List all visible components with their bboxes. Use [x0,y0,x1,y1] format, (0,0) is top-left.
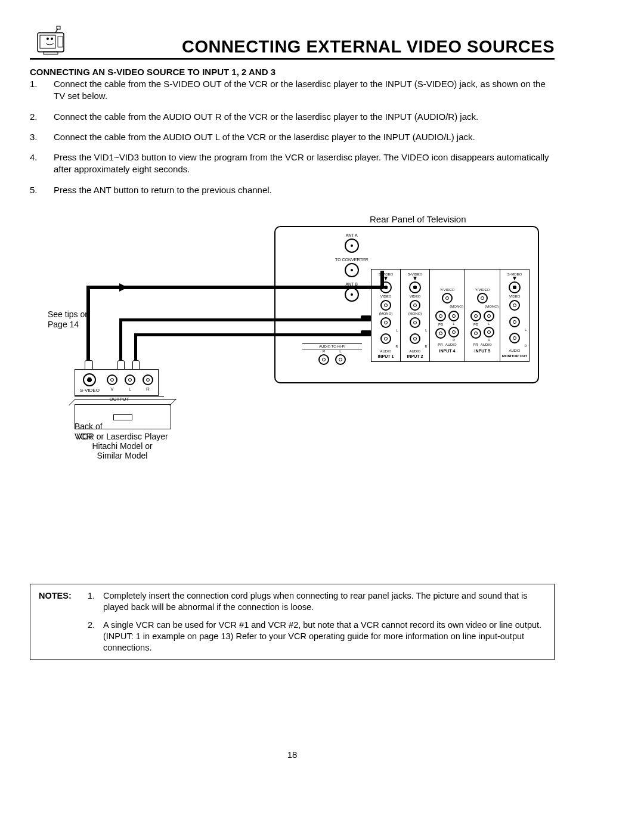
pr-label: PR [438,343,442,347]
cable-segment [134,333,370,336]
vcr-output-ports: S-VIDEO V L R [75,369,159,396]
r-indicator: R [373,345,398,349]
audio-label: AUDIO [445,343,457,347]
pb-label: PB [470,323,481,327]
note-number: 1. [88,590,103,613]
step-text: Connect the cable from the AUDIO OUT R o… [54,111,555,123]
ant-a-label: ANT A [335,233,368,237]
cable-segment [86,286,90,372]
mono-label: (MONO) [466,305,499,309]
rca-jack-icon [477,293,488,304]
svg-rect-1 [40,35,55,48]
svideo-label: S-VIDEO [80,388,100,393]
rca-jack-icon [125,374,135,385]
audio-hifi-section: AUDIO TO HI-FI R L [302,343,362,366]
video-label: VIDEO [373,295,399,299]
rca-jack-icon [509,333,520,343]
video-label: VIDEO [501,295,528,299]
r-indicator: R [501,345,527,348]
rca-jack-icon [470,328,481,339]
video-label: VIDEO [402,295,428,299]
svg-point-3 [51,38,53,40]
l-indicator: L [501,329,527,332]
input-column: S-VIDEO ▼ VIDEO (MONO) L R AUDIO INPUT 1 [371,270,400,361]
r-indicator: R [402,345,427,349]
similar-label: Similar Model [75,451,170,460]
back-of-label: Back of [75,422,103,431]
section-heading: CONNECTING AN S-VIDEO SOURCE TO INPUT 1,… [30,67,555,77]
monitor-out-label: MONITOR OUT [501,354,528,358]
rca-jack-icon [509,317,520,327]
arrow-down-icon: ▼ [501,277,528,280]
coax-jack-icon [345,287,359,302]
step-text: Connect the cable from the S-VIDEO OUT o… [54,78,555,103]
note-number: 2. [88,620,103,654]
rca-jack-icon [318,354,329,365]
input-column: S-VIDEO ▼ VIDEO (MONO) L R AUDIO INPUT 2 [400,270,429,361]
pb-label: PB [435,323,446,327]
arrow-down-icon: ▼ [373,277,399,280]
tips-line2: Page 14 [48,320,79,329]
rca-jack-icon [442,293,453,304]
yvideo-label: Y/VIDEO [431,288,463,292]
audio-label: AUDIO [501,349,528,353]
step-item: 1.Connect the cable from the S-VIDEO OUT… [30,78,555,103]
vcr-audio-r-port: R [143,373,153,392]
r-label: R [143,386,153,392]
input-column: Y/VIDEO (MONO) PB L R [429,270,465,361]
rca-jack-icon [484,311,494,321]
step-number: 5. [30,184,54,196]
r-indicator: R [448,339,459,342]
rca-jack-icon [448,327,459,337]
connection-diagram: Rear Panel of Television ANT A TO CONVER… [30,214,555,494]
rca-jack-icon [448,311,459,321]
vcr-video-port: V [107,373,117,392]
monitor-out-column: S-VIDEO ▼ VIDEO L R AUDIO MONITOR OUT [500,270,529,361]
yvideo-label: Y/VIDEO [466,288,499,292]
l-indicator: L [484,323,494,326]
note-item: 2.A single VCR can be used for VCR #1 an… [88,620,546,654]
input-column: Y/VIDEO (MONO) PB L R [465,270,500,361]
input-name: INPUT 5 [466,349,499,354]
svideo-jack-icon [409,281,421,293]
svg-rect-0 [38,33,64,52]
step-item: 5.Press the ANT button to return to the … [30,184,555,196]
rca-jack-icon [509,300,520,311]
rca-jack-icon [107,374,117,385]
r-indicator: R [484,339,494,342]
input-name: INPUT 1 [373,354,399,359]
rca-jack-icon [435,311,446,321]
mono-label: (MONO) [373,312,399,316]
coax-jack-icon [345,239,359,253]
tips-label: See tips on Page 14 [48,309,89,330]
plug-icon [361,330,371,336]
arrow-marker [119,283,128,292]
note-item: 1.Completely insert the connection cord … [88,590,546,613]
notes-heading: NOTES: [39,590,88,654]
rca-jack-icon [484,327,494,337]
rca-jack-icon [143,374,153,385]
note-text: Completely insert the connection cord pl… [103,590,546,613]
svg-rect-5 [57,26,60,29]
rca-jack-icon [435,328,446,339]
step-item: 3.Connect the cable from the AUDIO OUT L… [30,131,555,143]
tips-line1: See tips on [48,309,89,319]
step-text: Press the ANT button to return to the pr… [54,184,555,196]
svideo-jack-icon [83,373,96,386]
hitachi-label: Hitachi Model or [75,441,170,451]
steps-list: 1.Connect the cable from the S-VIDEO OUT… [30,78,555,196]
page-number: 18 [30,750,555,760]
step-number: 1. [30,78,54,103]
pr-label: PR [473,343,478,347]
step-text: Connect the cable from the AUDIO OUT L o… [54,131,555,143]
step-number: 3. [30,131,54,143]
mono-label: (MONO) [402,312,428,316]
plug-icon [361,315,371,321]
step-number: 4. [30,151,54,176]
vcr-side-label: Back of VCR [75,422,103,442]
audio-label: AUDIO [373,349,399,354]
svideo-jack-icon [509,281,521,293]
step-number: 2. [30,111,54,123]
inputs-panel: S-VIDEO ▼ VIDEO (MONO) L R AUDIO INPUT 1… [371,269,530,362]
audio-label: AUDIO [481,343,492,347]
